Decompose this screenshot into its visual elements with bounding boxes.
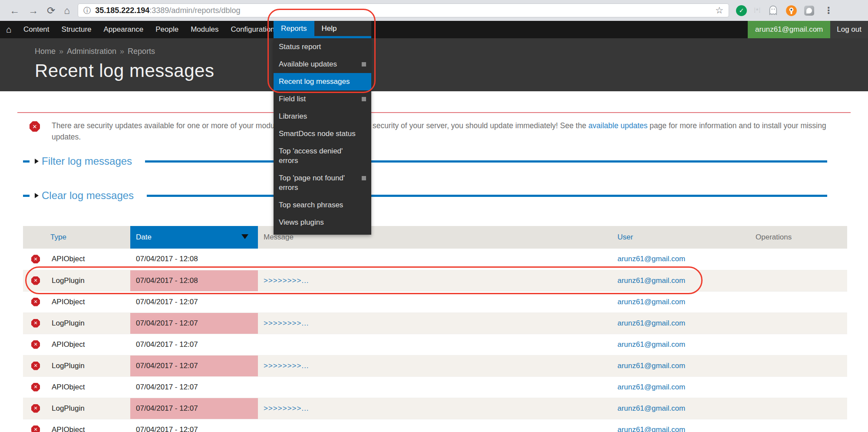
log-user-cell: arunz61@gmail.com bbox=[612, 376, 738, 398]
log-message-link[interactable]: >>>>>>>>... bbox=[264, 319, 309, 327]
main-content: ✕ There are security updates available f… bbox=[0, 91, 868, 432]
menu-item-libraries[interactable]: Libraries bbox=[274, 108, 371, 125]
log-operations-cell bbox=[738, 291, 847, 312]
account-badge[interactable]: arunz61@gmail.com bbox=[748, 21, 830, 38]
error-message-banner: ✕ There are security updates available f… bbox=[17, 112, 851, 143]
log-date-cell: 07/04/2017 - 12:07 bbox=[130, 291, 258, 312]
log-type-cell: ✕APIObject bbox=[23, 291, 130, 312]
log-user-cell: arunz61@gmail.com bbox=[612, 334, 738, 355]
bookmark-star-icon[interactable]: ☆ bbox=[715, 5, 723, 16]
user-link[interactable]: arunz61@gmail.com bbox=[617, 404, 685, 412]
toolbar-item-configuration[interactable]: Configuration bbox=[224, 21, 281, 38]
page-header: Home»Administration»Reports Recent log m… bbox=[0, 38, 868, 91]
log-type-label: APIObject bbox=[52, 255, 85, 263]
log-date-cell: 07/04/2017 - 12:07 bbox=[130, 312, 258, 334]
log-message-cell bbox=[258, 291, 612, 312]
extension-ghost-icon[interactable] bbox=[768, 5, 779, 16]
menu-item-views-plugins[interactable]: Views plugins bbox=[274, 214, 371, 231]
toolbar-item-modules[interactable]: Modules bbox=[185, 21, 224, 38]
log-type-label: APIObject bbox=[52, 298, 85, 306]
log-type-cell: ✕APIObject bbox=[23, 376, 130, 398]
column-header-user[interactable]: User bbox=[612, 226, 738, 249]
log-message-link[interactable]: >>>>>>>>... bbox=[264, 362, 309, 370]
menu-item-available-updates[interactable]: Available updates bbox=[274, 56, 371, 73]
home-icon[interactable]: ⌂ bbox=[64, 6, 70, 16]
error-severity-icon: ✕ bbox=[31, 425, 40, 432]
column-header-type[interactable]: Type bbox=[23, 226, 130, 249]
extension-openvpn-icon[interactable] bbox=[785, 5, 797, 17]
log-user-cell: arunz61@gmail.com bbox=[612, 312, 738, 334]
filter-log-messages-toggle[interactable]: Filter log messages bbox=[42, 155, 132, 167]
log-message-link[interactable]: >>>>>>>>... bbox=[264, 404, 309, 412]
log-messages-table: TypeDateMessageUserOperations ✕APIObject… bbox=[23, 226, 847, 432]
user-link[interactable]: arunz61@gmail.com bbox=[617, 425, 685, 432]
log-type-inner: ✕LogPlugin bbox=[31, 404, 130, 413]
tab-reports[interactable]: Reports bbox=[274, 21, 314, 36]
toolbar-item-structure[interactable]: Structure bbox=[56, 21, 98, 38]
log-operations-cell bbox=[738, 419, 847, 432]
user-link[interactable]: arunz61@gmail.com bbox=[617, 298, 685, 306]
table-row: ✕APIObject07/04/2017 - 12:07arunz61@gmai… bbox=[23, 291, 847, 312]
log-type-inner: ✕LogPlugin bbox=[31, 362, 130, 370]
update-indicator-icon bbox=[362, 97, 366, 101]
breadcrumb-administration[interactable]: Administration bbox=[67, 47, 116, 56]
user-link[interactable]: arunz61@gmail.com bbox=[617, 319, 685, 327]
log-message-cell bbox=[258, 334, 612, 355]
menu-item-top-page-not-found-errors[interactable]: Top 'page not found' errors bbox=[274, 169, 371, 196]
info-icon[interactable]: ⓘ bbox=[83, 6, 91, 16]
log-user-cell: arunz61@gmail.com bbox=[612, 291, 738, 312]
menu-item-top-access-denied-errors[interactable]: Top 'access denied' errors bbox=[274, 143, 371, 169]
user-link[interactable]: arunz61@gmail.com bbox=[617, 383, 685, 391]
logout-button[interactable]: Log out bbox=[830, 21, 868, 38]
reload-icon[interactable]: ⟳ bbox=[47, 6, 55, 16]
toolbar-item-appearance[interactable]: Appearance bbox=[98, 21, 150, 38]
log-type-cell: ✕LogPlugin bbox=[23, 312, 130, 334]
user-link[interactable]: arunz61@gmail.com bbox=[617, 276, 685, 285]
extension-disabled-icon[interactable]: ⁞*⁞ bbox=[754, 7, 761, 14]
log-date-cell: 07/04/2017 - 12:07 bbox=[130, 398, 258, 419]
log-message-link[interactable]: >>>>>>>>... bbox=[264, 276, 309, 285]
breadcrumb-reports[interactable]: Reports bbox=[128, 47, 155, 56]
user-link[interactable]: arunz61@gmail.com bbox=[617, 255, 685, 263]
collapsed-arrow-icon bbox=[35, 159, 39, 164]
log-date-cell: 07/04/2017 - 12:07 bbox=[130, 376, 258, 398]
sort-desc-icon bbox=[241, 234, 248, 239]
table-row: ✕APIObject07/04/2017 - 12:07arunz61@gmai… bbox=[23, 419, 847, 432]
user-link[interactable]: arunz61@gmail.com bbox=[617, 340, 685, 349]
log-type-inner: ✕APIObject bbox=[31, 425, 130, 432]
url-path: :3389/admin/reports/dblog bbox=[149, 6, 240, 15]
log-user-cell: arunz61@gmail.com bbox=[612, 398, 738, 419]
fieldset-rule bbox=[145, 160, 827, 163]
extension-grey-icon[interactable] bbox=[804, 6, 814, 16]
drupal-home-icon[interactable]: ⌂ bbox=[0, 21, 17, 38]
update-indicator-icon bbox=[362, 176, 366, 180]
log-type-cell: ✕LogPlugin bbox=[23, 270, 130, 291]
forward-icon[interactable]: → bbox=[28, 6, 38, 16]
error-severity-icon: ✕ bbox=[31, 362, 40, 370]
table-row: ✕APIObject07/04/2017 - 12:07arunz61@gmai… bbox=[23, 376, 847, 398]
menu-item-top-search-phrases[interactable]: Top search phrases bbox=[274, 196, 371, 214]
menu-dots-icon[interactable]: ⋮ bbox=[824, 5, 833, 16]
menu-item-smartdocs-node-status[interactable]: SmartDocs node status bbox=[274, 125, 371, 143]
toolbar-item-content[interactable]: Content bbox=[17, 21, 56, 38]
menu-item-field-list[interactable]: Field list bbox=[274, 90, 371, 108]
log-type-cell: ✕LogPlugin bbox=[23, 398, 130, 419]
log-type-cell: ✕APIObject bbox=[23, 419, 130, 432]
breadcrumb-home[interactable]: Home bbox=[35, 47, 56, 56]
log-type-inner: ✕LogPlugin bbox=[31, 319, 130, 328]
column-header-date[interactable]: Date bbox=[130, 226, 258, 249]
admin-toolbar: ⌂ ContentStructureAppearancePeopleModule… bbox=[0, 21, 868, 38]
clear-log-messages-toggle[interactable]: Clear log messages bbox=[42, 189, 134, 202]
menu-item-status-report[interactable]: Status report bbox=[274, 38, 371, 56]
toolbar-item-people[interactable]: People bbox=[149, 21, 185, 38]
tab-help[interactable]: Help bbox=[314, 21, 344, 36]
available-updates-link[interactable]: available updates bbox=[588, 121, 647, 130]
user-link[interactable]: arunz61@gmail.com bbox=[617, 362, 685, 370]
extension-check-icon[interactable]: ✓ bbox=[736, 5, 747, 16]
fieldset-dash bbox=[23, 195, 30, 197]
back-icon[interactable]: ← bbox=[10, 6, 20, 16]
menu-item-recent-log-messages[interactable]: Recent log messages bbox=[274, 73, 371, 90]
address-bar[interactable]: ⓘ 35.185.222.194:3389/admin/reports/dblo… bbox=[78, 3, 729, 17]
filter-log-messages-fieldset: Filter log messages bbox=[0, 155, 827, 168]
breadcrumb: Home»Administration»Reports bbox=[35, 47, 868, 56]
